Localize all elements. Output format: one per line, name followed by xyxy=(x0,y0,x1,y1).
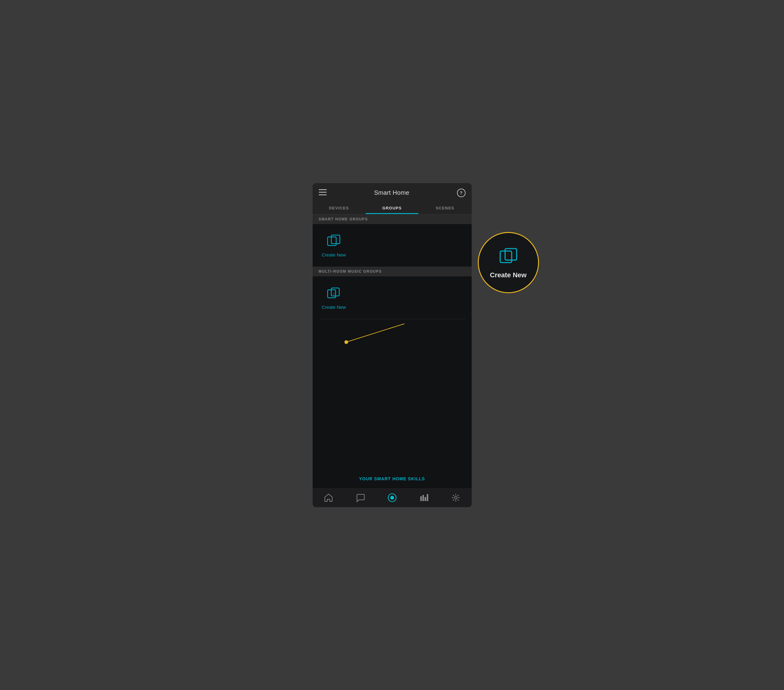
svg-rect-16 xyxy=(505,248,517,260)
svg-rect-13 xyxy=(427,494,428,501)
group-icon xyxy=(326,233,342,249)
nav-music[interactable] xyxy=(419,493,428,502)
smart-home-groups-panel: Create New xyxy=(313,224,472,266)
create-music-label: Create New xyxy=(322,304,346,310)
skills-section: YOUR SMART HOME SKILLS xyxy=(313,319,472,488)
multi-room-label: MULTI-ROOM MUSIC GROUPS xyxy=(313,266,472,276)
callout-overlay: Create New xyxy=(478,232,539,293)
create-music-group-button[interactable]: ♪ Create New xyxy=(319,286,349,310)
help-icon[interactable]: ? xyxy=(457,189,466,197)
tab-groups[interactable]: GROUPS xyxy=(366,202,418,214)
header: Smart Home ? xyxy=(313,183,472,202)
bottom-nav xyxy=(313,488,472,507)
callout-label: Create New xyxy=(490,271,527,279)
create-group-label: Create New xyxy=(322,252,346,258)
nav-home[interactable] xyxy=(324,493,333,502)
tab-scenes[interactable]: SCENES xyxy=(418,202,471,214)
music-group-icon: ♪ xyxy=(326,286,342,301)
callout-group-icon xyxy=(498,246,519,268)
smart-home-groups-label: SMART HOME GROUPS xyxy=(313,214,472,224)
svg-rect-12 xyxy=(425,497,426,501)
multi-room-panel: ♪ Create New xyxy=(313,276,472,319)
svg-rect-1 xyxy=(319,192,327,192)
svg-text:♪: ♪ xyxy=(333,291,335,296)
create-group-button[interactable]: Create New xyxy=(319,233,349,258)
svg-rect-2 xyxy=(319,194,327,196)
menu-icon[interactable] xyxy=(319,189,327,197)
svg-rect-3 xyxy=(328,237,336,245)
svg-rect-4 xyxy=(331,235,340,244)
svg-rect-11 xyxy=(422,495,424,501)
nav-alexa[interactable] xyxy=(387,493,397,502)
svg-rect-15 xyxy=(500,251,512,263)
nav-chat[interactable] xyxy=(356,493,365,502)
tab-devices[interactable]: DEVICES xyxy=(313,202,366,214)
tabs-bar: DEVICES GROUPS SCENES xyxy=(313,202,472,214)
callout-circle: Create New xyxy=(478,232,539,293)
phone-container: Smart Home ? DEVICES GROUPS SCENES SMART… xyxy=(313,183,472,507)
svg-point-9 xyxy=(390,496,394,499)
svg-point-14 xyxy=(455,496,457,499)
nav-settings[interactable] xyxy=(451,493,460,502)
page-title: Smart Home xyxy=(374,189,409,196)
skills-label[interactable]: YOUR SMART HOME SKILLS xyxy=(359,476,425,481)
svg-rect-0 xyxy=(319,189,327,190)
svg-rect-10 xyxy=(420,496,422,501)
